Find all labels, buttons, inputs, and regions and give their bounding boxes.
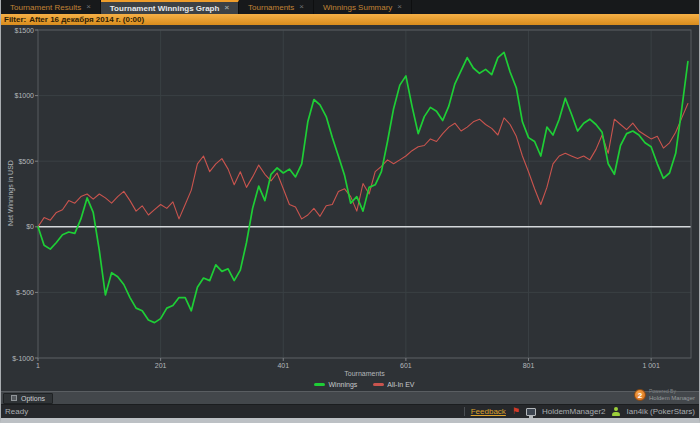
legend-label: Winnings	[328, 381, 357, 388]
legend-swatch	[373, 383, 384, 386]
flag-icon: ⚑	[512, 407, 520, 416]
feedback-link[interactable]: Feedback	[471, 407, 506, 416]
tab-tournament-results[interactable]: Tournament Results×	[1, 0, 101, 14]
y-tick-label: $-1000	[1, 355, 34, 362]
tab-close-icon[interactable]: ×	[397, 3, 402, 11]
tab-tournaments[interactable]: Tournaments×	[239, 0, 314, 14]
app-name: HoldemManager2	[542, 407, 606, 416]
person-icon	[612, 407, 621, 416]
filter-label: Filter:	[4, 15, 26, 24]
y-axis-title: Net Winnings in USD	[7, 160, 14, 226]
options-panel-icon	[11, 395, 17, 401]
status-text: Ready	[5, 407, 28, 416]
hm2-window: Tournament Results×Tournament Winnings G…	[0, 0, 700, 423]
x-tick-label: 201	[155, 362, 167, 369]
options-button[interactable]: Options	[3, 393, 53, 404]
chart-svg	[1, 25, 699, 391]
options-bar: Options 2 Powered By Holdem Manager	[1, 391, 699, 404]
tab-label: Tournament Results	[10, 3, 81, 12]
filter-bar[interactable]: Filter: After 16 декабря 2014 г. (0:00)	[1, 14, 699, 25]
x-tick-label: 1	[36, 362, 40, 369]
tab-label: Tournaments	[248, 3, 294, 12]
legend-item: All-In EV	[373, 381, 414, 388]
x-axis-title: Tournaments	[38, 370, 691, 377]
powered-by-line2: Holdem Manager	[649, 395, 695, 402]
filter-value: After 16 декабря 2014 г. (0:00)	[29, 15, 144, 24]
options-button-label: Options	[21, 395, 45, 402]
x-tick-label: 1 001	[642, 362, 660, 369]
x-tick-label: 801	[523, 362, 535, 369]
chart-legend: WinningsAll-In EV	[38, 381, 691, 388]
tab-close-icon[interactable]: ×	[299, 3, 304, 11]
tab-close-icon[interactable]: ×	[86, 3, 91, 11]
tab-winnings-summary[interactable]: Winnings Summary×	[314, 0, 412, 14]
y-tick-label: $1000	[1, 92, 34, 99]
tab-label: Tournament Winnings Graph	[110, 4, 220, 13]
legend-label: All-In EV	[387, 381, 414, 388]
y-tick-label: $1500	[1, 27, 34, 34]
y-tick-label: $-500	[1, 289, 34, 296]
x-tick-label: 401	[277, 362, 289, 369]
tab-tournament-winnings-graph[interactable]: Tournament Winnings Graph×	[101, 0, 239, 14]
legend-item: Winnings	[314, 381, 357, 388]
hm2-badge-icon: 2	[634, 389, 646, 401]
tab-label: Winnings Summary	[323, 3, 392, 12]
legend-swatch	[314, 383, 325, 386]
status-separator	[464, 407, 465, 416]
tab-bar: Tournament Results×Tournament Winnings G…	[1, 0, 699, 14]
chart-panel: Net Winnings in USD Tournaments Winnings…	[1, 25, 699, 391]
x-tick-label: 601	[400, 362, 412, 369]
tab-close-icon[interactable]: ×	[224, 4, 229, 12]
account-name: Ian4ik (PokerStars)	[627, 407, 695, 416]
powered-by-logo: 2 Powered By Holdem Manager	[634, 389, 695, 401]
status-bar: Ready Feedback ⚑ HoldemManager2 Ian4ik (…	[1, 404, 699, 418]
monitor-icon	[526, 408, 536, 416]
y-tick-label: $500	[1, 158, 34, 165]
y-tick-label: $0	[1, 223, 34, 230]
